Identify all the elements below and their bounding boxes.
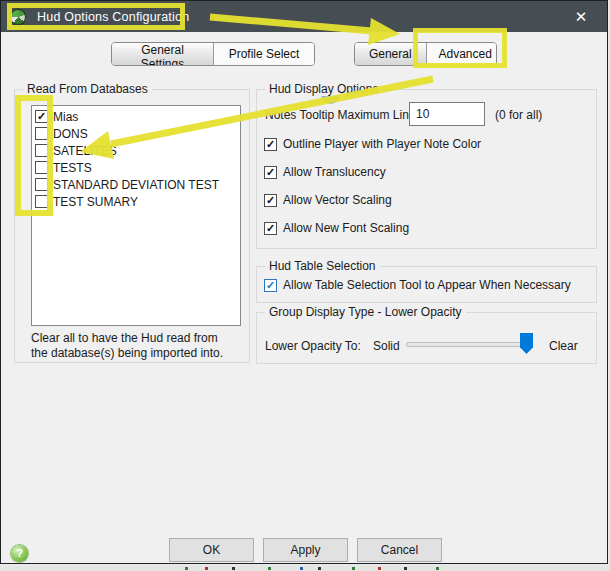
table-selection-option-row[interactable]: ✓Allow Table Selection Tool to Appear Wh… xyxy=(264,276,571,294)
apply-button[interactable]: Apply xyxy=(263,538,348,562)
tab-general-settings[interactable]: General Settings xyxy=(112,43,213,65)
checkbox-label: Allow Vector Scaling xyxy=(283,193,392,207)
cancel-button[interactable]: Cancel xyxy=(357,538,442,562)
group-display-type-group: Group Display Type - Lower Opacity xyxy=(256,312,597,364)
display-option-row[interactable]: ✓Allow New Font Scaling xyxy=(264,219,409,237)
ok-button[interactable]: OK xyxy=(169,538,254,562)
database-item[interactable]: SATELITES xyxy=(32,142,240,159)
display-option-row[interactable]: ✓Outline Player with Player Note Color xyxy=(264,135,481,153)
checkbox-label: TESTS xyxy=(53,161,92,175)
group-title: Read From Databases xyxy=(23,82,152,96)
group-title: Hud Display Options xyxy=(265,82,382,96)
notes-tooltip-max-lines-input[interactable] xyxy=(409,102,485,126)
checkbox[interactable]: ✓ xyxy=(264,138,277,151)
checkbox-label: Allow Translucency xyxy=(283,165,386,179)
slider-max-label: Clear xyxy=(549,339,578,353)
lower-opacity-label: Lower Opacity To: xyxy=(265,339,361,353)
database-item[interactable]: DONS xyxy=(32,125,240,142)
database-note-line1: Clear all to have the Hud read from xyxy=(31,331,223,346)
group-title: Hud Table Selection xyxy=(265,259,380,273)
database-item[interactable]: TESTS xyxy=(32,159,240,176)
checkbox[interactable]: ✓ xyxy=(264,166,277,179)
annotation-rect-title xyxy=(7,3,185,30)
opacity-slider-track[interactable] xyxy=(406,342,532,347)
help-icon-footer[interactable]: ? xyxy=(11,545,28,562)
tab-row: General Settings Profile Select ? Genera… xyxy=(1,42,607,67)
database-item[interactable]: ✓Mias xyxy=(32,108,240,125)
tab-profile-select[interactable]: Profile Select xyxy=(213,43,314,65)
database-item[interactable]: TEST SUMARY xyxy=(32,193,240,210)
annotation-rect-advanced-tab xyxy=(413,28,507,68)
screen: Hud Options Configuration ✕ General Sett… xyxy=(0,0,610,571)
hud-options-dialog: Hud Options Configuration ✕ General Sett… xyxy=(0,0,608,564)
slider-min-label: Solid xyxy=(373,339,400,353)
tab-group-left: General Settings Profile Select xyxy=(111,42,315,66)
database-note-line2: the database(s) being imported into. xyxy=(31,346,223,361)
checkbox-label: Outline Player with Player Note Color xyxy=(283,137,481,151)
notes-tooltip-label: Notes Tooltip Maximum Lines: xyxy=(265,108,425,122)
database-note: Clear all to have the Hud read from the … xyxy=(31,331,223,361)
checkbox-label: Allow Table Selection Tool to Appear Whe… xyxy=(283,278,571,292)
database-list[interactable]: ✓MiasDONSSATELITESTESTSSTANDARD DEVIATIO… xyxy=(31,105,241,326)
checkbox-label: Mias xyxy=(53,110,78,124)
database-item[interactable]: STANDARD DEVIATION TEST xyxy=(32,176,240,193)
desktop-sliver xyxy=(0,566,610,571)
checkbox-label: SATELITES xyxy=(53,144,117,158)
notes-tooltip-hint: (0 for all) xyxy=(495,108,542,122)
checkbox[interactable]: ✓ xyxy=(264,279,277,292)
close-icon[interactable]: ✕ xyxy=(571,7,591,27)
checkbox-label: Allow New Font Scaling xyxy=(283,221,409,235)
checkbox-label: DONS xyxy=(53,127,88,141)
checkbox[interactable]: ✓ xyxy=(264,222,277,235)
display-option-row[interactable]: ✓Allow Translucency xyxy=(264,163,386,181)
checkbox-label: STANDARD DEVIATION TEST xyxy=(53,178,219,192)
group-title: Group Display Type - Lower Opacity xyxy=(265,305,466,319)
checkbox-label: TEST SUMARY xyxy=(53,195,138,209)
annotation-rect-checkbox-column xyxy=(15,95,53,216)
display-option-row[interactable]: ✓Allow Vector Scaling xyxy=(264,191,392,209)
checkbox[interactable]: ✓ xyxy=(264,194,277,207)
